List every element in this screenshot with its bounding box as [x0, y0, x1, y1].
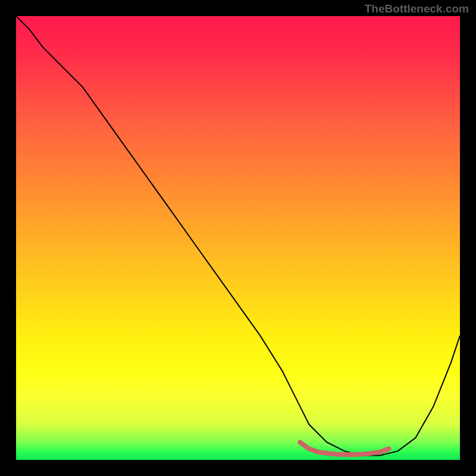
bottleneck-curve — [16, 16, 460, 456]
plot-area — [16, 16, 460, 460]
chart-svg — [16, 16, 460, 460]
attribution-text: TheBottleneck.com — [365, 2, 469, 15]
optimal-zone-marker — [300, 442, 389, 455]
